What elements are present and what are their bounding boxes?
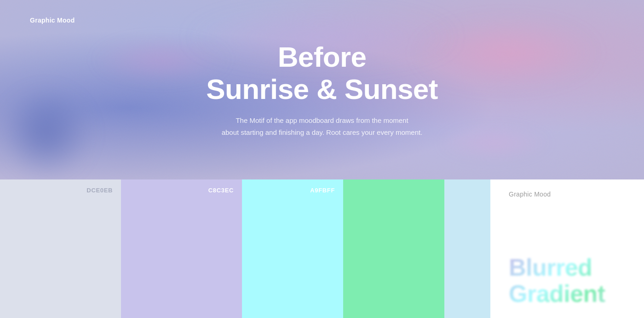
- color-swatch-2: C8C3EC: [121, 179, 242, 318]
- app-logo: Graphic Mood: [30, 17, 75, 24]
- swatch-label-2: C8C3EC: [208, 187, 234, 194]
- hero-subtitle-line1: The Motif of the app moodboard draws fro…: [236, 116, 408, 124]
- color-swatch-3: A9FBFF: [242, 179, 343, 318]
- color-swatch-4: [343, 179, 444, 318]
- blurred-gradient-text: Blurred Gradient: [509, 254, 626, 307]
- hero-subtitle: The Motif of the app moodboard draws fro…: [206, 115, 437, 138]
- hero-content: Before Sunrise & Sunset The Motif of the…: [206, 41, 437, 138]
- palette-section: DCE0EB C8C3EC A9FBFF Graphic Mood Blurre…: [0, 179, 644, 318]
- blue-cloud-decoration: [0, 87, 92, 179]
- hero-subtitle-line2: about starting and finishing a day. Root…: [222, 128, 423, 136]
- swatch-label-3: A9FBFF: [310, 187, 335, 194]
- hero-title-line1: Before: [206, 41, 437, 73]
- swatch-label-1: DCE0EB: [86, 187, 113, 194]
- info-panel: Graphic Mood Blurred Gradient: [490, 179, 644, 318]
- hero-section: Graphic Mood Before Sunrise & Sunset The…: [0, 0, 644, 179]
- cloud-decoration-3: [437, 124, 552, 161]
- hero-title-line2: Sunrise & Sunset: [206, 73, 437, 105]
- color-swatch-5: [444, 179, 490, 318]
- info-panel-logo: Graphic Mood: [509, 191, 626, 198]
- color-swatch-1: DCE0EB: [0, 179, 121, 318]
